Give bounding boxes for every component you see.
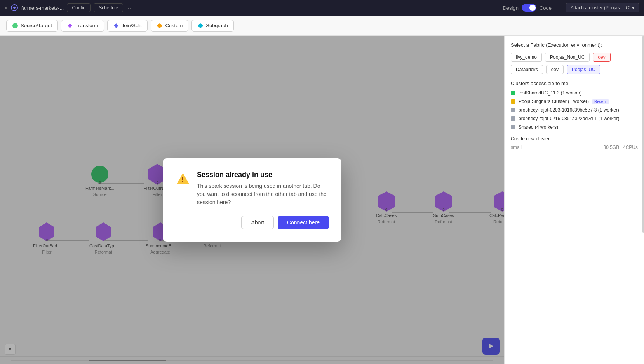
toggle-thumb (529, 5, 536, 11)
join-split-icon (113, 23, 119, 29)
right-panel: Select a Fabric (Execution environment):… (504, 36, 644, 364)
cluster-dot-3 (511, 108, 515, 112)
warning-icon: ! (175, 172, 191, 187)
project-name: farmers-markets-... (21, 5, 64, 11)
main-area: 0 FarmersMark... Source 0 FilterOutNull.… (0, 36, 644, 364)
fabric-section-title: Select a Fabric (Execution environment): (511, 42, 638, 48)
source-target-label: Source/Target (21, 23, 52, 28)
cluster-item-3[interactable]: prophecy-rajat-0203-1016c39be5e7-3 (1 wo… (511, 107, 638, 113)
design-label: Design (503, 5, 518, 11)
component-toolbar: Source/Target Transform Join/Split Custo… (0, 16, 644, 36)
fabric-livy-demo[interactable]: livy_demo (511, 52, 542, 62)
modal-title: Session already in use (197, 171, 329, 179)
cluster-dot-1 (511, 91, 515, 95)
cluster-list: testSharedUC_11.3 (1 worker) Pooja Singh… (511, 90, 638, 130)
modal-overlay: ! Session already in use This spark sess… (0, 36, 504, 364)
cluster-dot-5 (511, 125, 515, 130)
source-target-icon (12, 23, 18, 29)
more-options-button[interactable]: ··· (126, 5, 131, 11)
custom-label: Custom (165, 23, 183, 28)
recent-badge: Recent (592, 99, 609, 104)
subgraph-button[interactable]: Subgraph (191, 20, 233, 32)
transform-label: Transform (75, 23, 98, 28)
join-split-button[interactable]: Join/Split (107, 20, 148, 32)
modal-title-area: Session already in use This spark sessio… (197, 171, 329, 206)
modal-footer: Abort Connect here (175, 216, 329, 229)
fabric-dev-active[interactable]: dev (593, 52, 610, 62)
svg-point-1 (12, 23, 18, 28)
toggle-switch[interactable] (522, 4, 536, 12)
cluster-item-2[interactable]: Pooja Singhal's Cluster (1 worker) Recen… (511, 99, 638, 104)
cluster-specs: 30.5GB | 4CPUs (604, 145, 638, 150)
design-code-toggle: Design Code (503, 4, 552, 12)
cluster-label-4: prophecy-rajat-0216-0851a322dd2d-1 (1 wo… (519, 116, 620, 121)
subgraph-icon (197, 23, 204, 29)
source-target-button[interactable]: Source/Target (6, 20, 58, 32)
svg-text:!: ! (181, 177, 183, 183)
app-logo (10, 4, 18, 12)
cluster-dot-2 (511, 99, 515, 104)
fabric-poojas-uc[interactable]: Poojas_UC (567, 65, 600, 74)
session-in-use-modal: ! Session already in use This spark sess… (163, 158, 341, 242)
cluster-label-5: Shared (4 workers) (519, 124, 558, 130)
fabric-dev2[interactable]: dev (546, 65, 564, 74)
cluster-label-3: prophecy-rajat-0203-1016c39be5e7-3 (1 wo… (519, 107, 619, 113)
cluster-item-5[interactable]: Shared (4 workers) (511, 124, 638, 130)
transform-icon (67, 23, 73, 29)
custom-button[interactable]: Custom (151, 20, 188, 32)
create-cluster-section: Create new cluster: small 30.5GB | 4CPUs (511, 136, 638, 150)
abort-button[interactable]: Abort (241, 216, 273, 229)
cluster-item-4[interactable]: prophecy-rajat-0216-0851a322dd2d-1 (1 wo… (511, 116, 638, 121)
modal-body: This spark session is being used in anot… (197, 182, 329, 206)
cluster-label-1: testSharedUC_11.3 (1 worker) (519, 90, 582, 96)
code-label: Code (540, 5, 552, 11)
fabric-databricks[interactable]: Databricks (511, 65, 543, 74)
pipeline-canvas[interactable]: 0 FarmersMark... Source 0 FilterOutNull.… (0, 36, 504, 364)
cluster-label-2: Pooja Singhal's Cluster (1 worker) (519, 99, 589, 104)
connect-here-button[interactable]: Connect here (278, 216, 329, 229)
transform-button[interactable]: Transform (61, 20, 104, 32)
clusters-section-title: Clusters accessible to me (511, 80, 638, 86)
create-cluster-row: Create new cluster: (511, 136, 638, 142)
cluster-size-row: small 30.5GB | 4CPUs (511, 145, 638, 150)
top-nav: » farmers-markets-... Config Schedule ··… (0, 0, 644, 16)
panel-scrollbar[interactable] (642, 36, 644, 233)
create-cluster-title: Create new cluster: (511, 136, 551, 142)
cluster-size-label: small (511, 145, 522, 150)
attach-cluster-button[interactable]: Attach a cluster (Poojas_UC) ▾ (566, 3, 639, 12)
custom-icon (157, 23, 163, 29)
join-split-label: Join/Split (122, 23, 142, 28)
fabric-grid: livy_demo Poojas_Non_UC dev Databricks d… (511, 52, 638, 74)
fabric-poojas-non-uc[interactable]: Poojas_Non_UC (545, 52, 590, 62)
schedule-button[interactable]: Schedule (94, 4, 123, 12)
cluster-dot-4 (511, 116, 515, 121)
nav-expand[interactable]: » (5, 5, 7, 10)
modal-header: ! Session already in use This spark sess… (175, 171, 329, 206)
cluster-item-1[interactable]: testSharedUC_11.3 (1 worker) (511, 90, 638, 96)
subgraph-label: Subgraph (206, 23, 228, 28)
config-button[interactable]: Config (67, 4, 91, 12)
